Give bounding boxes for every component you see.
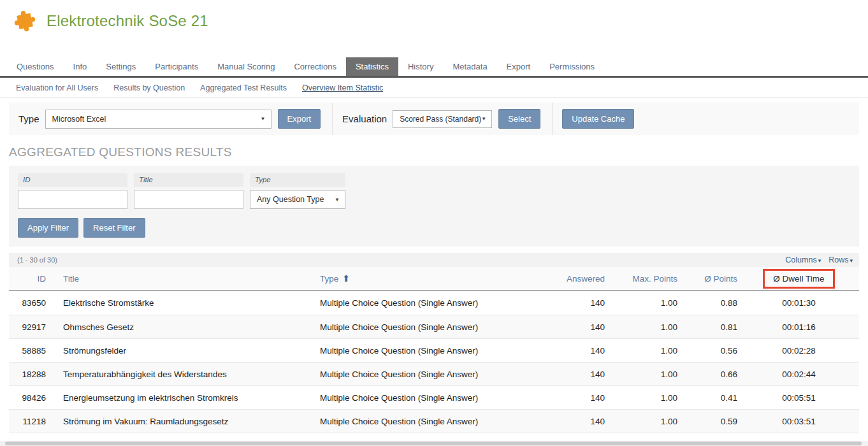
filter-type-label: Type [250, 173, 345, 187]
cell-id: 83650 [9, 298, 55, 308]
title-bar: Elektrotechnik SoSe 21 [0, 0, 868, 33]
scrollbar-thumb[interactable] [5, 442, 862, 445]
select-caret-icon: ▼ [261, 116, 266, 122]
cell-max-points: 1.00 [606, 370, 679, 379]
cell-type: Multiple Choice Question (Single Answer) [312, 346, 540, 356]
section-title: AGGREGATED QUESTIONS RESULTS [9, 145, 868, 159]
cell-answered: 140 [540, 346, 606, 356]
tab-info[interactable]: Info [64, 57, 97, 76]
filter-type-value: Any Question Type [257, 195, 324, 204]
cell-dwell-time: 00:02:44 [739, 370, 859, 379]
caret-down-icon: ▾ [850, 257, 853, 264]
cell-type: Multiple Choice Question (Single Answer) [312, 370, 540, 379]
cell-type: Multiple Choice Question (Single Answer) [312, 393, 540, 403]
table-row: 18288 Temperaturabhängigkeit des Widerst… [9, 362, 859, 385]
export-type-value: Microsoft Excel [52, 115, 106, 124]
filter-field-type: Type Any Question Type ▼ [250, 173, 345, 209]
results-table: ID Title Type⬆ Answered Max. Points Ø Po… [9, 267, 859, 446]
cell-title: Temperaturabhängigkeit des Widerstandes [55, 370, 312, 379]
cell-max-points: 1.00 [606, 298, 679, 308]
table-row: 98426 Energieumsetzung im elektrischen S… [9, 385, 859, 409]
cell-avg-points: 0.56 [679, 346, 739, 356]
tab-permissions[interactable]: Permissions [540, 57, 604, 76]
cell-avg-points: 0.88 [679, 298, 739, 308]
cell-avg-points: 0.59 [679, 417, 739, 426]
tab-metadata[interactable]: Metadata [443, 57, 496, 76]
table-header-row: ID Title Type⬆ Answered Max. Points Ø Po… [9, 267, 859, 291]
table-body: 83650 Elektrische Stromstärke Multiple C… [9, 291, 859, 446]
cell-max-points: 1.00 [606, 346, 679, 356]
apply-filter-button[interactable]: Apply Filter [18, 218, 78, 238]
filter-id-input[interactable] [18, 190, 127, 209]
cell-type: Multiple Choice Question (Single Answer) [312, 417, 540, 426]
subtab-aggregated-test-results[interactable]: Aggregated Test Results [192, 80, 294, 97]
select-button[interactable]: Select [498, 109, 540, 129]
cell-id: 58885 [9, 346, 55, 356]
sort-asc-icon: ⬆ [342, 273, 350, 284]
cell-id: 92917 [9, 322, 55, 332]
cell-title: Strömungsfelder [55, 346, 312, 356]
cell-answered: 140 [540, 370, 606, 379]
reset-filter-button[interactable]: Reset Filter [83, 218, 145, 238]
rows-dropdown[interactable]: Rows▾ [828, 255, 853, 264]
filter-panel: ID Title Type Any Question Type ▼ Apply … [9, 166, 859, 247]
cell-max-points: 1.00 [606, 322, 679, 332]
evaluation-group: Evaluation Scored Pass (Standard) ▼ Sele… [333, 103, 552, 135]
cell-answered: 140 [540, 298, 606, 308]
tab-settings[interactable]: Settings [96, 57, 145, 76]
cell-dwell-time: 00:02:28 [739, 346, 859, 356]
col-header-title[interactable]: Title [55, 274, 312, 284]
col-header-avg-points[interactable]: Ø Points [679, 274, 739, 284]
cell-avg-points: 0.66 [679, 370, 739, 379]
evaluation-label: Evaluation [342, 113, 387, 124]
cell-dwell-time: 00:01:16 [739, 322, 859, 332]
subtab-overview-item-statistic[interactable]: Overview Item Statistic [294, 80, 391, 97]
subtab-bar: Evaluation for All UsersResults by Quest… [0, 78, 868, 97]
tab-history[interactable]: History [398, 57, 443, 76]
caret-down-icon: ▾ [818, 257, 821, 264]
cell-title: Ohmsches Gesetz [55, 322, 312, 332]
cell-type: Multiple Choice Question (Single Answer) [312, 322, 540, 332]
col-header-answered[interactable]: Answered [540, 274, 606, 284]
col-header-dwell-time[interactable]: Ø Dwell Time [739, 269, 859, 289]
horizontal-scrollbar [0, 441, 868, 446]
table-row: 11218 Strömung im Vakuum: Raumladungsges… [9, 409, 859, 433]
cell-title: Energieumsetzung im elektrischen Stromkr… [55, 393, 312, 403]
cell-dwell-time: 00:03:51 [739, 417, 859, 426]
col-header-type[interactable]: Type⬆ [312, 273, 540, 284]
export-type-select[interactable]: Microsoft Excel ▼ [45, 110, 271, 129]
filter-field-id: ID [18, 173, 127, 209]
tab-participants[interactable]: Participants [145, 57, 208, 76]
results-range: (1 - 30 of 30) [17, 256, 57, 264]
columns-dropdown[interactable]: Columns▾ [785, 255, 821, 264]
cell-dwell-time: 00:05:51 [739, 393, 859, 403]
export-button[interactable]: Export [278, 109, 321, 129]
table-command-row: (1 - 30 of 30) Columns▾ Rows▾ [9, 253, 859, 267]
col-header-max-points[interactable]: Max. Points [606, 274, 679, 284]
subtab-results-by-question[interactable]: Results by Question [106, 80, 192, 97]
tab-corrections[interactable]: Corrections [284, 57, 345, 76]
type-label: Type [18, 113, 40, 124]
filter-field-title: Title [134, 173, 243, 209]
evaluation-value: Scored Pass (Standard) [400, 115, 481, 124]
subtab-evaluation-for-all-users[interactable]: Evaluation for All Users [8, 80, 106, 97]
tab-statistics[interactable]: Statistics [346, 57, 398, 76]
table-row: 92917 Ohmsches Gesetz Multiple Choice Qu… [9, 315, 859, 338]
col-header-id[interactable]: ID [9, 274, 55, 284]
filter-title-input[interactable] [134, 190, 243, 209]
update-cache-button[interactable]: Update Cache [562, 109, 634, 129]
filter-type-select[interactable]: Any Question Type ▼ [250, 190, 345, 209]
toolbar: Type Microsoft Excel ▼ Export Evaluation… [9, 103, 859, 135]
cell-title: Strömung im Vakuum: Raumladungsgesetz [55, 417, 312, 426]
tab-export[interactable]: Export [497, 57, 540, 76]
tab-questions[interactable]: Questions [7, 57, 64, 76]
cell-max-points: 1.00 [606, 417, 679, 426]
cell-avg-points: 0.41 [679, 393, 739, 403]
cell-max-points: 1.00 [606, 393, 679, 403]
tab-manual-scoring[interactable]: Manual Scoring [208, 57, 284, 76]
evaluation-select[interactable]: Scored Pass (Standard) ▼ [393, 110, 492, 128]
cache-group: Update Cache [553, 103, 646, 135]
cell-answered: 140 [540, 393, 606, 403]
puzzle-piece-icon [13, 9, 37, 33]
dwell-time-highlight-box: Ø Dwell Time [763, 269, 834, 289]
